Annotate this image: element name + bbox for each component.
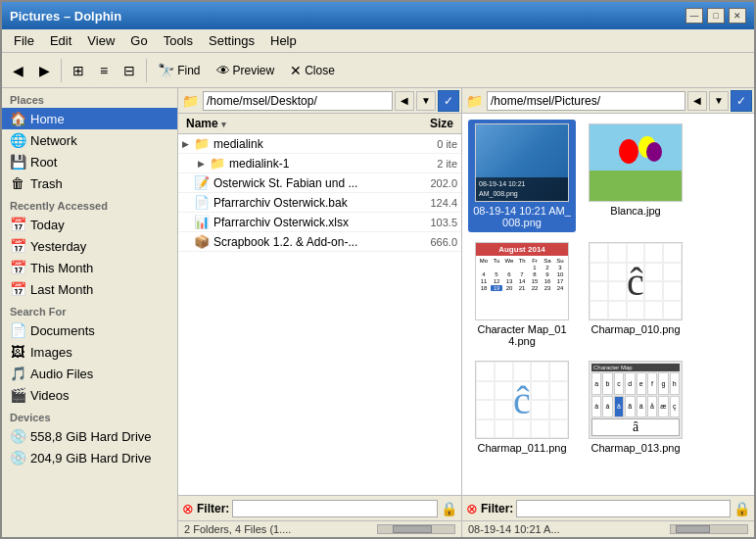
view-icons-icon: ⊞	[72, 63, 84, 78]
left-accept-button[interactable]: ✓	[438, 90, 459, 112]
trash-icon: 🗑	[10, 175, 25, 191]
sidebar-item-hd2[interactable]: 💿 204,9 GiB Hard Drive	[2, 447, 177, 468]
menu-bar: File Edit View Go Tools Settings Help	[2, 29, 754, 53]
right-accept-button[interactable]: ✓	[731, 90, 752, 112]
thumbnail	[589, 123, 683, 202]
left-scrollbar[interactable]	[377, 524, 455, 534]
right-filter-bar: ⊗ Filter: 🔒	[462, 495, 754, 520]
list-item[interactable]: ĉ Charmap_010.png	[582, 238, 689, 351]
sidebar-item-home[interactable]: 🏠 Home	[2, 108, 177, 129]
thumbnail: ĉ	[589, 242, 683, 320]
right-nav-back-button[interactable]: ◀	[687, 91, 707, 111]
this-month-icon: 📅	[10, 260, 25, 275]
table-row[interactable]: 📊 Pfarrarchiv Osterwick.xlsx 103.5	[178, 213, 461, 232]
window-title: Pictures – Dolphin	[10, 9, 121, 24]
sidebar: Places 🏠 Home 🌐 Network 💾 Root 🗑 Trash R…	[2, 88, 178, 537]
images-icon: 🖼	[10, 344, 25, 360]
panels-area: 📁 ◀ ▼ ✓ Name ▾ Size ▶ 📁	[178, 88, 754, 537]
sidebar-item-yesterday[interactable]: 📅 Yesterday	[2, 235, 177, 257]
sidebar-item-trash[interactable]: 🗑 Trash	[2, 172, 177, 194]
document-icon: 📄	[194, 195, 210, 210]
list-item[interactable]: 08-19-14 10:21AM_008.png 08-19-14 10:21 …	[468, 120, 576, 232]
thumbnail: Character Map a b c d e f g h	[589, 361, 683, 439]
table-row[interactable]: 📄 Pfarrarchiv Osterwick.bak 124.4	[178, 193, 461, 213]
toolbar-separator-2	[146, 59, 147, 82]
view-compact-icon: ⊟	[123, 63, 135, 78]
view-list-button[interactable]: ≡	[93, 57, 115, 84]
menu-file[interactable]: File	[6, 31, 42, 50]
find-button[interactable]: 🔭 Find	[151, 57, 207, 84]
sidebar-item-network[interactable]: 🌐 Network	[2, 129, 177, 151]
file-size: 0 ite	[403, 138, 457, 150]
view-list-icon: ≡	[100, 63, 108, 78]
right-panel: 📁 ◀ ▼ ✓ 08-19-14 10:21A	[462, 88, 754, 537]
toolbar: ◀ ▶ ⊞ ≡ ⊟ 🔭 Find 👁 Preview ✕ Close	[2, 53, 754, 88]
list-item[interactable]: Blanca.jpg	[582, 120, 689, 232]
sidebar-item-today-label: Today	[30, 218, 65, 232]
sidebar-item-this-month-label: This Month	[30, 261, 93, 275]
sidebar-item-videos[interactable]: 🎬 Videos	[2, 384, 177, 406]
list-item[interactable]: ĉ Charmap_011.png	[468, 357, 576, 458]
table-row[interactable]: ▶ 📁 medialink-1 2 ite	[178, 154, 461, 173]
sidebar-item-images[interactable]: 🖼 Images	[2, 341, 177, 363]
expand-icon: ▶	[198, 159, 208, 169]
right-path-input[interactable]	[487, 91, 685, 111]
sidebar-item-this-month[interactable]: 📅 This Month	[2, 257, 177, 278]
sidebar-item-home-label: Home	[30, 112, 65, 126]
folder-icon-left: 📁	[182, 93, 199, 109]
left-path-input[interactable]	[203, 91, 393, 111]
sidebar-item-documents[interactable]: 📄 Documents	[2, 319, 177, 341]
sidebar-item-last-month[interactable]: 📅 Last Month	[2, 278, 177, 300]
table-row[interactable]: 📝 Osterwick St. Fabian und ... 202.0	[178, 173, 461, 193]
today-icon: 📅	[10, 217, 25, 232]
list-item[interactable]: Character Map a b c d e f g h	[582, 357, 689, 458]
left-filter-input[interactable]	[232, 500, 438, 517]
table-row[interactable]: 📦 Scrapbook 1.2. & Add-on-... 666.0	[178, 232, 461, 252]
icon-label: Charmap_010.png	[591, 323, 680, 335]
back-button[interactable]: ◀	[6, 57, 30, 84]
back-icon: ◀	[13, 63, 24, 78]
preview-button[interactable]: 👁 Preview	[210, 57, 282, 84]
title-bar: Pictures – Dolphin — □ ✕	[2, 2, 754, 29]
spreadsheet-icon: 📊	[194, 215, 210, 229]
sidebar-item-hd1[interactable]: 💿 558,8 GiB Hard Drive	[2, 425, 177, 447]
find-label: Find	[177, 64, 200, 77]
minimize-button[interactable]: —	[685, 8, 703, 24]
sidebar-item-audio[interactable]: 🎵 Audio Files	[2, 363, 177, 384]
maximize-button[interactable]: □	[707, 8, 725, 24]
close-icon: ✕	[290, 63, 302, 78]
sidebar-item-today[interactable]: 📅 Today	[2, 214, 177, 235]
col-size-header: Size	[403, 116, 457, 131]
yesterday-icon: 📅	[10, 238, 25, 254]
list-item[interactable]: August 2014 MoTuWeThFrSaSu 123 45678910 …	[468, 238, 576, 351]
menu-settings[interactable]: Settings	[201, 31, 262, 50]
left-path-dropdown-button[interactable]: ▼	[416, 91, 436, 111]
right-scrollbar[interactable]	[670, 524, 748, 534]
right-path-dropdown-button[interactable]: ▼	[709, 91, 729, 111]
right-status-text: 08-19-14 10:21 A...	[468, 523, 670, 535]
close-panel-button[interactable]: ✕ Close	[283, 57, 342, 84]
view-icons-button[interactable]: ⊞	[66, 57, 91, 84]
right-filter-input[interactable]	[516, 500, 731, 517]
file-size: 124.4	[403, 197, 457, 209]
menu-view[interactable]: View	[79, 31, 122, 50]
sidebar-item-root[interactable]: 💾 Root	[2, 151, 177, 172]
forward-button[interactable]: ▶	[32, 57, 57, 84]
table-row[interactable]: ▶ 📁 medialink 0 ite	[178, 134, 461, 154]
file-size: 202.0	[403, 177, 457, 189]
expand-icon: ▶	[182, 139, 192, 149]
file-name: Pfarrarchiv Osterwick.bak	[213, 196, 403, 210]
right-filter-label: Filter:	[481, 502, 513, 515]
file-name: medialink-1	[229, 157, 403, 171]
search-for-label: Search For	[2, 300, 177, 319]
icon-label: Charmap_013.png	[591, 442, 680, 454]
menu-edit[interactable]: Edit	[42, 31, 79, 50]
menu-tools[interactable]: Tools	[156, 31, 201, 50]
close-button[interactable]: ✕	[729, 8, 746, 24]
menu-go[interactable]: Go	[122, 31, 155, 50]
left-status-bar: 2 Folders, 4 Files (1....	[178, 520, 461, 537]
menu-help[interactable]: Help	[262, 31, 305, 50]
thumbnail: 08-19-14 10:21AM_008.png	[475, 123, 569, 202]
view-compact-button[interactable]: ⊟	[117, 57, 142, 84]
left-nav-back-button[interactable]: ◀	[395, 91, 414, 111]
